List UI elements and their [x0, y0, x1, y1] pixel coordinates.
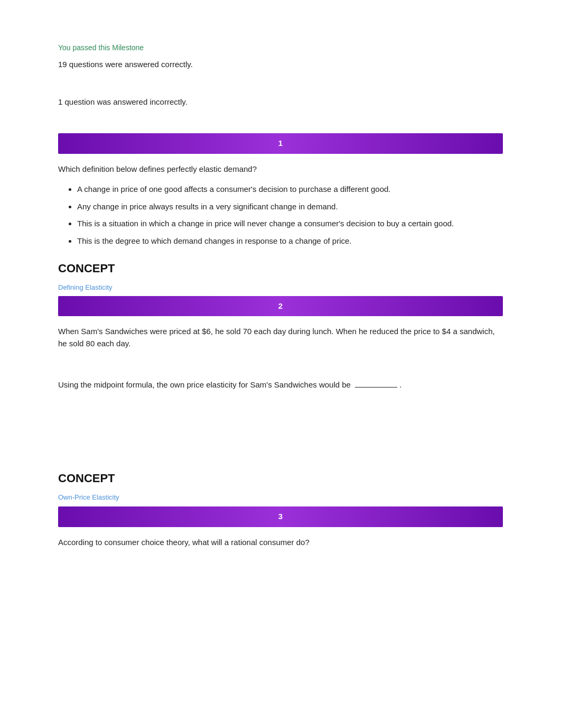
incorrect-count-text: 1 question was answered incorrectly. [58, 96, 503, 108]
question-3-text: According to consumer choice theory, wha… [58, 537, 503, 549]
question-3-banner: 3 [58, 506, 503, 527]
answer-1-3: This is a situation in which a change in… [77, 218, 503, 230]
question-3-section: 3 According to consumer choice theory, w… [58, 506, 503, 548]
section-divider-1 [58, 393, 503, 425]
milestone-section: You passed this Milestone 19 questions w… [58, 42, 503, 108]
question-1-section: 1 Which definition below defines perfect… [58, 133, 503, 293]
question-2-period: . [399, 380, 401, 389]
milestone-passed-label: You passed this Milestone [58, 42, 503, 53]
correct-count-text: 19 questions were answered correctly. [58, 59, 503, 71]
answer-1-2: Any change in price always results in a … [77, 201, 503, 213]
answer-1-1: A change in price of one good affects a … [77, 183, 503, 196]
question-2-scenario: When Sam's Sandwiches were priced at $6,… [58, 326, 503, 349]
concept-2-heading: CONCEPT [58, 469, 503, 487]
question-2-number: 2 [278, 301, 283, 310]
spacer-2 [58, 112, 503, 133]
concept-1-heading: CONCEPT [58, 260, 503, 277]
page-container: You passed this Milestone 19 questions w… [0, 0, 561, 588]
spacer-3 [58, 358, 503, 379]
spacer-1 [58, 75, 503, 96]
question-1-text: Which definition below defines perfectly… [58, 163, 503, 176]
question-3-number: 3 [278, 512, 283, 521]
question-2-formula-text: Using the midpoint formula, the own pric… [58, 379, 503, 391]
concept-2-link[interactable]: Own-Price Elasticity [58, 492, 503, 503]
question-1-answers: A change in price of one good affects a … [58, 183, 503, 247]
answer-1-4: This is the degree to which demand chang… [77, 235, 503, 247]
question-2-blank [355, 387, 397, 388]
section-divider-2 [58, 425, 503, 457]
concept-1-link[interactable]: Defining Elasticity [58, 282, 503, 293]
question-1-number: 1 [278, 139, 283, 148]
question-2-text: Using the midpoint formula, the own pric… [58, 380, 351, 389]
question-2-section: 2 When Sam's Sandwiches were priced at $… [58, 296, 503, 503]
question-2-banner: 2 [58, 296, 503, 317]
question-1-banner: 1 [58, 133, 503, 154]
